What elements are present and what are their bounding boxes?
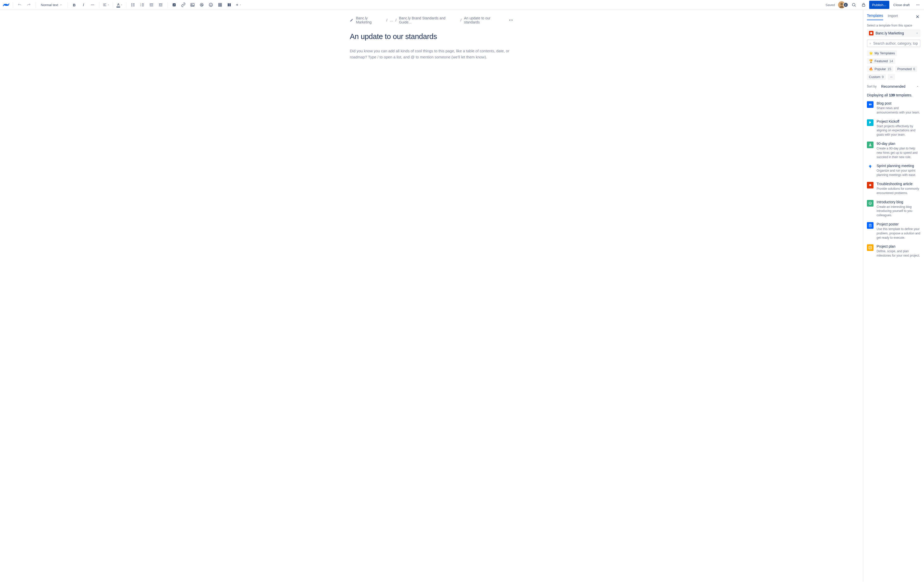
toolbar-separator: [35, 2, 36, 8]
template-item[interactable]: Project plan Define, scope, and plan mil…: [867, 244, 921, 258]
publish-button[interactable]: Publish...: [869, 1, 889, 9]
svg-rect-44: [862, 5, 865, 7]
svg-point-45: [916, 5, 917, 5]
svg-point-0: [91, 5, 92, 5]
svg-rect-37: [229, 3, 231, 7]
chevron-down-icon: [59, 3, 62, 6]
svg-point-53: [892, 77, 893, 77]
chip-my-templates[interactable]: ⭐My Templates: [867, 50, 897, 56]
image-button[interactable]: [188, 1, 196, 9]
template-desc: Start projects effectively by aligning o…: [876, 124, 921, 137]
svg-point-7: [132, 5, 132, 5]
svg-point-61: [869, 202, 872, 205]
add-collaborator-button[interactable]: +: [843, 2, 848, 7]
template-item[interactable]: 90-day plan Create a 90-day plan to help…: [867, 142, 921, 159]
space-name: Banc.ly Marketing: [876, 31, 904, 35]
italic-button[interactable]: I: [79, 1, 87, 9]
panel-close-button[interactable]: ✕: [914, 13, 921, 20]
template-icon: [867, 164, 873, 170]
restrictions-button[interactable]: [860, 1, 868, 9]
action-item-button[interactable]: [170, 1, 178, 9]
editor-canvas[interactable]: Banc.ly Marketing / ... / Banc.ly Brand …: [0, 10, 863, 582]
space-selector[interactable]: Banc.ly Marketing: [867, 29, 921, 37]
template-item[interactable]: Introductory blog Create an interesting …: [867, 200, 921, 218]
outdent-button[interactable]: [147, 1, 155, 9]
template-desc: Create a 90-day plan to help new hires g…: [876, 146, 921, 159]
template-search[interactable]: [867, 40, 921, 47]
link-button[interactable]: [179, 1, 187, 9]
template-item[interactable]: Project Kickoff Start projects effective…: [867, 119, 921, 137]
templates-panel: Templates Import ✕ Select a template fro…: [863, 10, 924, 582]
emoji-button[interactable]: [207, 1, 215, 9]
template-title: Project poster: [876, 222, 921, 226]
svg-point-28: [209, 3, 213, 7]
editor-placeholder[interactable]: Did you know you can add all kinds of co…: [350, 48, 513, 60]
page-more-button[interactable]: [914, 1, 922, 9]
tab-import[interactable]: Import: [888, 14, 898, 20]
svg-point-48: [870, 32, 872, 34]
table-button[interactable]: [216, 1, 224, 9]
chevron-down-icon: [916, 32, 918, 35]
svg-rect-36: [228, 3, 229, 7]
page-width-toggle[interactable]: [509, 18, 513, 22]
template-item[interactable]: Sprint planning meeting Organize and run…: [867, 164, 921, 177]
mention-button[interactable]: [198, 1, 206, 9]
svg-point-54: [870, 144, 871, 145]
layouts-button[interactable]: [225, 1, 233, 9]
space-icon: [869, 31, 873, 35]
chip-promoted[interactable]: Promoted6: [895, 66, 917, 72]
template-desc: Share news and announcements with your t…: [876, 106, 921, 115]
text-style-dropdown[interactable]: Normal text: [38, 1, 65, 9]
svg-line-43: [855, 6, 856, 7]
toolbar-separator: [99, 2, 99, 8]
toolbar-separator: [67, 2, 68, 8]
template-icon: [867, 182, 873, 188]
breadcrumb-item-0[interactable]: Banc.ly Marketing: [356, 16, 384, 24]
insert-more-button[interactable]: [234, 1, 243, 9]
bullet-list-button[interactable]: [129, 1, 137, 9]
undo-button[interactable]: [16, 1, 24, 9]
search-icon: [870, 41, 871, 45]
template-desc: Use this template to define your problem…: [876, 227, 921, 240]
saved-status: Saved: [826, 3, 835, 7]
redo-button[interactable]: [25, 1, 33, 9]
breadcrumb-item-2[interactable]: Banc.ly Brand Standards and Guide...: [399, 16, 458, 24]
template-search-input[interactable]: [873, 41, 918, 45]
svg-point-8: [132, 6, 132, 7]
template-item[interactable]: Troubleshooting article Provide solution…: [867, 182, 921, 195]
template-icon: [867, 200, 873, 207]
chip-custom[interactable]: Custom9: [867, 74, 886, 80]
template-item[interactable]: Blog post Share news and announcements w…: [867, 101, 921, 115]
close-draft-button[interactable]: Close draft: [891, 1, 912, 9]
template-list: Blog post Share news and announcements w…: [867, 101, 921, 582]
tab-templates[interactable]: Templates: [867, 13, 883, 20]
breadcrumb-item-3[interactable]: An update to our standards: [464, 16, 507, 24]
svg-point-51: [890, 77, 891, 77]
bold-button[interactable]: B: [70, 1, 78, 9]
sort-dropdown[interactable]: Recommended: [879, 83, 921, 89]
more-format-button[interactable]: [89, 1, 97, 9]
svg-point-30: [211, 4, 212, 5]
indent-button[interactable]: [157, 1, 165, 9]
template-item[interactable]: Project poster Use this template to defi…: [867, 222, 921, 240]
svg-point-63: [871, 203, 871, 203]
chip-featured[interactable]: 🏆Featured14: [867, 58, 895, 64]
template-title: Project Kickoff: [876, 119, 921, 124]
template-desc: Organize and run your sprint planning me…: [876, 169, 921, 177]
chip-more[interactable]: [888, 74, 895, 80]
text-color-button[interactable]: A: [116, 1, 124, 9]
chip-popular[interactable]: 🔥Popular15: [867, 66, 893, 72]
svg-point-49: [870, 43, 871, 44]
sort-label: Sort by: [867, 85, 876, 88]
confluence-logo[interactable]: [2, 1, 10, 9]
page-title[interactable]: An update to our standards: [350, 32, 513, 41]
breadcrumb-item-1[interactable]: ...: [390, 18, 393, 22]
number-list-button[interactable]: 123: [138, 1, 146, 9]
svg-point-62: [870, 203, 870, 203]
align-dropdown[interactable]: [102, 1, 110, 9]
text-style-label: Normal text: [41, 3, 58, 7]
svg-line-60: [871, 184, 871, 185]
template-title: Troubleshooting article: [876, 182, 921, 186]
find-button[interactable]: [850, 1, 858, 9]
breadcrumb: Banc.ly Marketing / ... / Banc.ly Brand …: [350, 16, 513, 24]
